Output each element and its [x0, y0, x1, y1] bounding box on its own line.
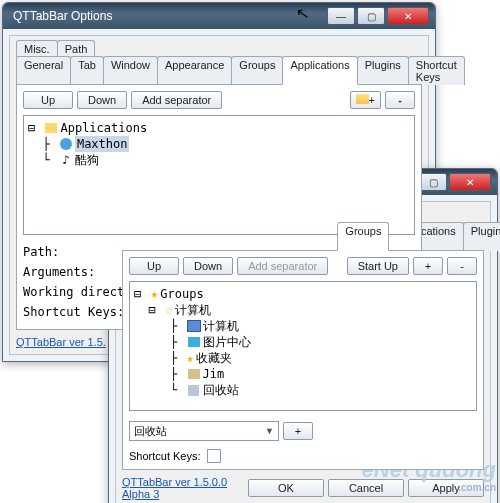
tab-plugins[interactable]: Plugins	[357, 56, 409, 85]
add-folder-button[interactable]: +	[350, 91, 381, 109]
version-link[interactable]: QTTabBar ver 1.5.	[16, 336, 106, 348]
favorites-icon: ★	[187, 350, 194, 366]
close-button[interactable]: ✕	[449, 173, 491, 191]
add-separator-button[interactable]: Add separator	[237, 257, 328, 275]
minimize-button[interactable]: —	[327, 7, 355, 25]
tree-item[interactable]: 计算机	[203, 318, 239, 334]
chevron-down-icon: ▼	[265, 426, 274, 436]
tree-group[interactable]: 计算机	[175, 302, 211, 318]
tab-appearance[interactable]: Appearance	[157, 56, 232, 85]
add-button[interactable]: +	[413, 257, 443, 275]
tab-row-upper: Misc. Path	[16, 40, 422, 57]
maximize-button[interactable]: ▢	[419, 173, 447, 191]
tree-item[interactable]: 图片中心	[203, 334, 251, 350]
remove-button[interactable]: -	[447, 257, 477, 275]
window-title: QTTabBar Options	[9, 9, 327, 23]
tab-tab[interactable]: Tab	[70, 56, 104, 85]
applications-icon	[45, 123, 57, 133]
remove-button[interactable]: -	[385, 91, 415, 109]
up-button[interactable]: Up	[129, 257, 179, 275]
computer-icon	[187, 320, 201, 332]
shortcut-keys-label: Shortcut Keys:	[129, 450, 201, 462]
tree-item-maxthon[interactable]: Maxthon	[75, 136, 130, 152]
tree-item[interactable]: 收藏夹	[196, 350, 232, 366]
pictures-icon	[188, 337, 200, 347]
combo-value: 回收站	[134, 424, 167, 439]
tab-groups[interactable]: Groups	[231, 56, 283, 85]
minus-icon: -	[398, 94, 402, 106]
close-button[interactable]: ✕	[387, 7, 429, 25]
tree-item[interactable]: Jim	[203, 366, 225, 382]
tab-shortcut-keys[interactable]: Shortcut Keys	[408, 56, 465, 85]
startup-button[interactable]: Start Up	[347, 257, 409, 275]
apply-button[interactable]: Apply	[408, 479, 484, 497]
groups-tree[interactable]: ⊟ ★Groups ⊟ ☆计算机 ├ 计算机 ├ 图片中心 ├ ★收藏夹 ├ J…	[129, 281, 477, 411]
tab-window[interactable]: Window	[103, 56, 158, 85]
star-icon: ☆	[165, 302, 173, 318]
down-button[interactable]: Down	[183, 257, 233, 275]
tab-groups[interactable]: Groups	[337, 222, 389, 251]
down-button[interactable]: Down	[77, 91, 127, 109]
user-folder-icon	[188, 369, 200, 379]
titlebar[interactable]: QTTabBar Options — ▢ ✕	[3, 3, 435, 29]
tab-plugins[interactable]: Plugins	[463, 222, 500, 251]
tab-path[interactable]: Path	[57, 40, 96, 57]
tab-applications[interactable]: Applications	[282, 56, 357, 85]
app-icon: ♪	[59, 153, 73, 167]
tab-misc[interactable]: Misc.	[16, 40, 58, 57]
folder-plus-icon	[356, 94, 369, 104]
star-icon: ★	[150, 286, 158, 302]
tab-page: Up Down Add separator Start Up + - ⊟ ★Gr…	[122, 250, 484, 470]
maxthon-icon	[60, 138, 72, 150]
maximize-button[interactable]: ▢	[357, 7, 385, 25]
add-separator-button[interactable]: Add separator	[131, 91, 222, 109]
tab-row-lower: General Tab Window Appearance Groups App…	[16, 56, 422, 85]
recycle-bin-icon	[188, 385, 199, 396]
tab-general[interactable]: General	[16, 56, 71, 85]
shortcut-checkbox[interactable]	[207, 449, 221, 463]
tree-item[interactable]: 回收站	[203, 382, 239, 398]
tree-root: Groups	[160, 286, 203, 302]
version-link[interactable]: QTTabBar ver 1.5.0.0 Alpha 3	[122, 476, 248, 500]
ok-button[interactable]: OK	[248, 479, 324, 497]
up-button[interactable]: Up	[23, 91, 73, 109]
applications-tree[interactable]: ⊟ Applications ├ Maxthon └ ♪酷狗	[23, 115, 415, 235]
tree-root: Applications	[60, 120, 147, 136]
add-path-button[interactable]: +	[283, 422, 313, 440]
cancel-button[interactable]: Cancel	[328, 479, 404, 497]
tree-item-kugou[interactable]: 酷狗	[75, 152, 99, 168]
path-combo[interactable]: 回收站 ▼	[129, 421, 279, 441]
